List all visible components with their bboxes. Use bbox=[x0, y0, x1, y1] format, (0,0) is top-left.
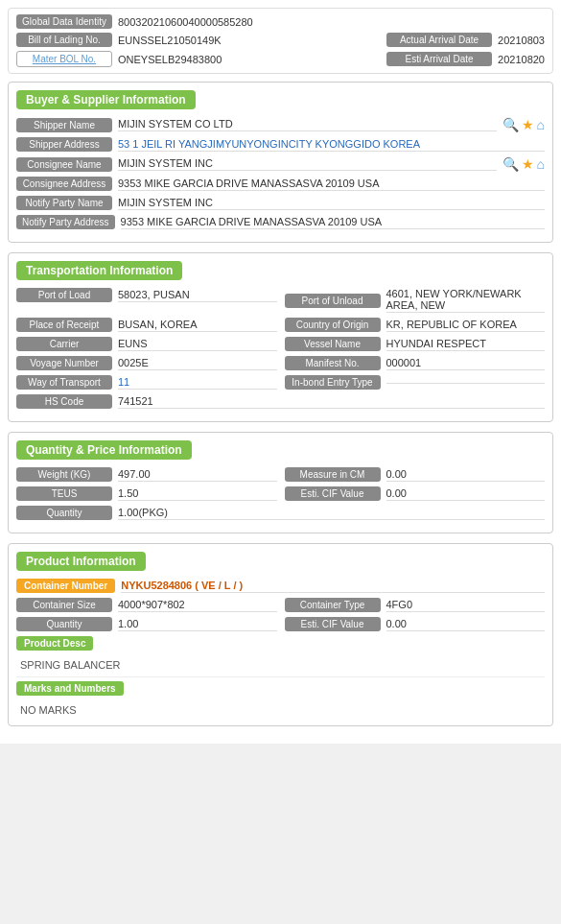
consignee-name-search-icon[interactable]: 🔍 bbox=[503, 156, 519, 172]
port-of-unload-col: Port of Unload 4601, NEW YORK/NEWARK ARE… bbox=[285, 288, 546, 318]
esti-cif-col: Esti. CIF Value 0.00 bbox=[285, 486, 546, 506]
actual-arrival-right: Actual Arrival Date 20210803 bbox=[386, 33, 545, 47]
measure-col: Measure in CM 0.00 bbox=[285, 467, 546, 486]
voyage-number-label: Voyage Number bbox=[16, 356, 112, 370]
quantity-value: 1.00(PKG) bbox=[118, 507, 545, 520]
vessel-name-label: Vessel Name bbox=[285, 337, 381, 351]
container-number-label[interactable]: Container Number bbox=[16, 579, 115, 593]
carrier-label: Carrier bbox=[16, 337, 112, 351]
way-of-transport-value: 11 bbox=[118, 376, 277, 390]
global-data-identity-row: Global Data Identity 8003202106004000058… bbox=[16, 14, 545, 29]
port-of-load-value: 58023, PUSAN bbox=[118, 289, 277, 302]
product-qty-cif-row: Quantity 1.00 Esti. CIF Value 0.00 bbox=[16, 617, 545, 636]
bill-of-lading-value: EUNSSEL21050149K bbox=[118, 35, 222, 46]
container-size-row: Container Size 4000*907*802 bbox=[16, 598, 277, 612]
voyage-manifest-row: Voyage Number 0025E Manifest No. 000001 bbox=[16, 356, 545, 375]
quantity-price-title: Quantity & Price Information bbox=[16, 440, 192, 460]
esti-cif-row: Esti. CIF Value 0.00 bbox=[285, 486, 546, 501]
product-esti-cif-value: 0.00 bbox=[386, 618, 546, 631]
measure-cm-value: 0.00 bbox=[386, 468, 546, 482]
product-desc-container: Product Desc bbox=[16, 636, 545, 653]
port-of-load-row: Port of Load 58023, PUSAN bbox=[16, 288, 277, 302]
consignee-name-label: Consignee Name bbox=[16, 157, 112, 172]
product-desc-button[interactable]: Product Desc bbox=[16, 636, 93, 651]
esti-arrival-right: Esti Arrival Date 20210820 bbox=[386, 52, 545, 66]
shipper-name-search-icon[interactable]: 🔍 bbox=[503, 117, 519, 132]
inbond-entry-row: In-bond Entry Type bbox=[285, 375, 546, 390]
bill-of-lading-row: Bill of Lading No. EUNSSEL21050149K Actu… bbox=[16, 33, 545, 47]
shipper-name-row: Shipper Name MIJIN SYSTEM CO LTD 🔍 ★ ⌂ bbox=[16, 117, 545, 132]
vessel-name-row: Vessel Name HYUNDAI RESPECT bbox=[285, 337, 546, 351]
buyer-supplier-section: Buyer & Supplier Information Shipper Nam… bbox=[8, 82, 553, 243]
port-of-unload-label: Port of Unload bbox=[285, 294, 381, 308]
manifest-no-col: Manifest No. 000001 bbox=[285, 356, 546, 375]
shipper-address-row: Shipper Address 53 1 JEIL RI YANGJIMYUNY… bbox=[16, 137, 545, 152]
mater-bol-row: Mater BOL No. ONEYSELB29483800 Esti Arri… bbox=[16, 51, 545, 67]
quantity-label: Quantity bbox=[16, 506, 112, 520]
consignee-name-star-icon[interactable]: ★ bbox=[522, 156, 534, 172]
voyage-number-value: 0025E bbox=[118, 357, 277, 370]
marks-numbers-container: Marks and Numbers bbox=[16, 681, 545, 699]
consignee-name-home-icon[interactable]: ⌂ bbox=[537, 156, 545, 172]
port-load-unload-row: Port of Load 58023, PUSAN Port of Unload… bbox=[16, 288, 545, 318]
product-quantity-row: Quantity 1.00 bbox=[16, 617, 277, 631]
consignee-address-label: Consignee Address bbox=[16, 177, 112, 191]
product-section: Product Information Container Number NYK… bbox=[8, 543, 553, 726]
place-of-receipt-label: Place of Receipt bbox=[16, 318, 112, 332]
marks-numbers-button[interactable]: Marks and Numbers bbox=[16, 681, 124, 696]
port-of-unload-row: Port of Unload 4601, NEW YORK/NEWARK ARE… bbox=[285, 288, 546, 313]
container-number-row: Container Number NYKU5284806 ( VE / L / … bbox=[16, 579, 545, 593]
notify-party-name-row: Notify Party Name MIJIN SYSTEM INC bbox=[16, 196, 545, 210]
teus-row: TEUS 1.50 bbox=[16, 486, 277, 501]
hs-code-row: HS Code 741521 bbox=[16, 394, 545, 409]
esti-arrival-value: 20210820 bbox=[498, 54, 545, 65]
transportation-title: Transportation Information bbox=[16, 261, 182, 280]
place-of-receipt-value: BUSAN, KOREA bbox=[118, 319, 277, 332]
country-of-origin-col: Country of Origin KR, REPUBLIC OF KOREA bbox=[285, 318, 546, 337]
global-data-identity-label: Global Data Identity bbox=[16, 14, 112, 29]
quantity-row: Quantity 1.00(PKG) bbox=[16, 506, 545, 520]
identity-section: Global Data Identity 8003202106004000058… bbox=[8, 8, 553, 74]
product-esti-cif-row: Esti. CIF Value 0.00 bbox=[285, 617, 546, 631]
buyer-supplier-title: Buyer & Supplier Information bbox=[16, 90, 196, 109]
shipper-name-icons: 🔍 ★ ⌂ bbox=[503, 117, 545, 132]
product-desc-value: SPRING BALANCER bbox=[16, 657, 545, 673]
vessel-name-value: HYUNDAI RESPECT bbox=[386, 338, 546, 351]
weight-row: Weight (KG) 497.00 bbox=[16, 467, 277, 482]
way-of-transport-row: Way of Transport 11 bbox=[16, 375, 277, 390]
product-esti-cif-label: Esti. CIF Value bbox=[285, 617, 381, 631]
teus-label: TEUS bbox=[16, 486, 112, 501]
carrier-value: EUNS bbox=[118, 338, 277, 351]
shipper-name-label: Shipper Name bbox=[16, 118, 112, 132]
shipper-name-home-icon[interactable]: ⌂ bbox=[537, 117, 545, 132]
esti-cif-value: 0.00 bbox=[386, 487, 546, 501]
transportation-section: Transportation Information Port of Load … bbox=[8, 252, 553, 422]
actual-arrival-label: Actual Arrival Date bbox=[386, 33, 492, 47]
quantity-price-section: Quantity & Price Information Weight (KG)… bbox=[8, 432, 553, 533]
shipper-name-value: MIJIN SYSTEM CO LTD bbox=[118, 118, 497, 131]
notify-party-name-value: MIJIN SYSTEM INC bbox=[118, 197, 545, 210]
product-quantity-value: 1.00 bbox=[118, 618, 277, 631]
inbond-entry-col: In-bond Entry Type bbox=[285, 375, 546, 394]
measure-row: Measure in CM 0.00 bbox=[285, 467, 546, 482]
mater-bol-value: ONEYSELB29483800 bbox=[118, 54, 222, 65]
shipper-name-star-icon[interactable]: ★ bbox=[522, 117, 534, 132]
bill-of-lading-label: Bill of Lading No. bbox=[16, 33, 112, 47]
product-divider bbox=[16, 676, 545, 677]
carrier-vessel-row: Carrier EUNS Vessel Name HYUNDAI RESPECT bbox=[16, 337, 545, 356]
inbond-entry-label: In-bond Entry Type bbox=[285, 375, 381, 390]
consignee-address-row: Consignee Address 9353 MIKE GARCIA DRIVE… bbox=[16, 177, 545, 191]
inbond-entry-value bbox=[386, 382, 546, 384]
manifest-no-label: Manifest No. bbox=[285, 356, 381, 370]
receipt-origin-row: Place of Receipt BUSAN, KOREA Country of… bbox=[16, 318, 545, 337]
esti-cif-label: Esti. CIF Value bbox=[285, 486, 381, 501]
port-of-load-col: Port of Load 58023, PUSAN bbox=[16, 288, 277, 318]
container-size-value: 4000*907*802 bbox=[118, 599, 277, 612]
shipper-address-label: Shipper Address bbox=[16, 137, 112, 152]
container-size-label: Container Size bbox=[16, 598, 112, 612]
teus-value: 1.50 bbox=[118, 487, 277, 501]
product-title: Product Information bbox=[16, 552, 146, 571]
mater-bol-label[interactable]: Mater BOL No. bbox=[16, 51, 112, 67]
global-data-identity-value: 80032021060040000585280 bbox=[118, 16, 253, 28]
way-of-transport-col: Way of Transport 11 bbox=[16, 375, 277, 394]
